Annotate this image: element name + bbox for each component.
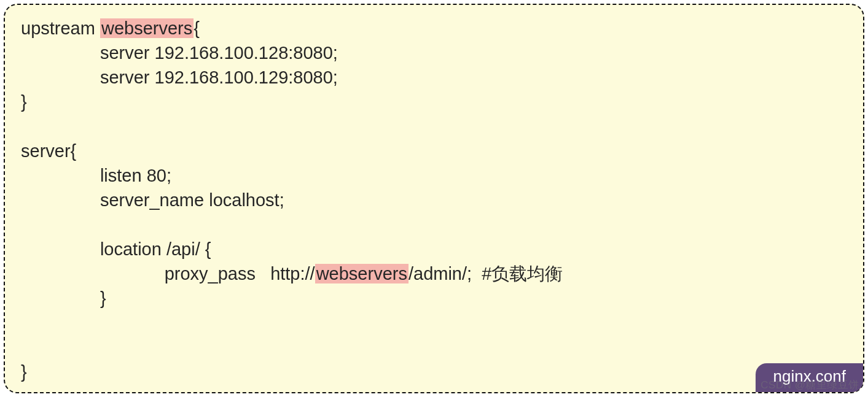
code-line-1a: upstream (21, 18, 100, 38)
config-code-box: upstream webservers{ server 192.168.100.… (4, 4, 864, 393)
code-line-4: } (21, 92, 27, 112)
filename-badge: nginx.conf (756, 363, 863, 392)
code-line-11a: proxy_pass http:// (21, 264, 315, 283)
highlight-webservers-upstream: webservers (100, 18, 194, 38)
code-line-15: } (21, 362, 27, 382)
code-line-7: listen 80; (21, 166, 171, 185)
code-line-1c: { (194, 18, 200, 38)
highlight-webservers-proxypass: webservers (315, 264, 409, 283)
code-line-11c: /admin/; #负载均衡 (409, 264, 563, 283)
code-line-2: server 192.168.100.128:8080; (21, 43, 338, 63)
code-line-3: server 192.168.100.129:8080; (21, 67, 338, 87)
code-line-8: server_name localhost; (21, 190, 284, 210)
code-line-12: } (21, 288, 106, 308)
nginx-config-code: upstream webservers{ server 192.168.100.… (21, 16, 847, 384)
code-line-6: server{ (21, 141, 76, 161)
code-line-10: location /api/ { (21, 239, 211, 259)
